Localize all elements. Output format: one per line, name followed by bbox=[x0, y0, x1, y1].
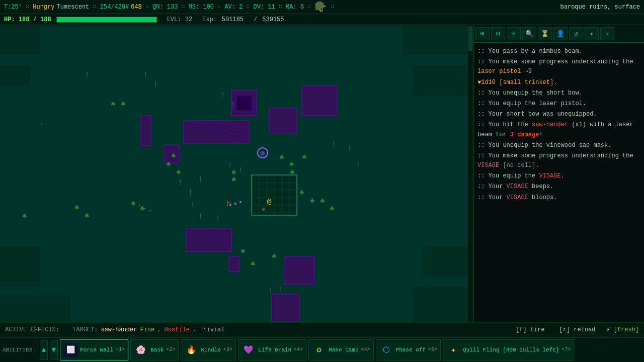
svg-text:♠: ♠ bbox=[279, 152, 284, 162]
toolbar-btn-char[interactable]: 👤 bbox=[553, 27, 568, 40]
qn-stat: QN: 133 bbox=[152, 4, 178, 11]
ability-bask-name: Bask bbox=[150, 347, 164, 353]
sidebar: ⊞ ⊡ ⊟ 🔍 ⏳ 👤 ↺ ✦ ✧ :: You pass by a nimbu… bbox=[473, 25, 644, 322]
ability-make-camp[interactable]: ⚙ Make Camp <4> bbox=[308, 339, 373, 360]
toolbar-btn-time[interactable]: ⏳ bbox=[538, 27, 552, 40]
svg-text:♠: ♠ bbox=[251, 259, 256, 268]
svg-rect-102 bbox=[269, 108, 297, 133]
svg-point-180 bbox=[234, 203, 236, 205]
svg-text:╿: ╿ bbox=[144, 71, 147, 78]
svg-rect-93 bbox=[231, 90, 257, 116]
hp-bar-fill bbox=[57, 17, 156, 22]
ability-force-wall[interactable]: ⬜ Force Wall <1> bbox=[60, 339, 128, 360]
toolbar-btn-refresh[interactable]: ↺ bbox=[569, 27, 583, 40]
ability-quill-fling[interactable]: ✦ Quill Fling [300 quills left] <7> bbox=[443, 339, 574, 360]
svg-line-132 bbox=[284, 256, 314, 284]
svg-text:╿: ╿ bbox=[199, 176, 202, 183]
ability-life-drain-name: Life Drain bbox=[258, 347, 291, 353]
ability-make-camp-key: <4> bbox=[361, 347, 370, 352]
ability-make-camp-name: Make Camp bbox=[329, 347, 358, 353]
target-trivial: Trivial bbox=[199, 326, 224, 333]
svg-rect-186 bbox=[468, 26, 472, 51]
target-label: TARGET: bbox=[72, 326, 98, 333]
svg-rect-128 bbox=[229, 256, 239, 272]
svg-rect-90 bbox=[413, 65, 473, 96]
svg-text:♠: ♠ bbox=[166, 159, 171, 169]
log-entry: :: Your short bow was unequipped. bbox=[477, 110, 640, 119]
svg-line-97 bbox=[242, 90, 257, 106]
svg-point-176 bbox=[258, 148, 268, 158]
svg-text:@: @ bbox=[267, 197, 272, 205]
toolbar-btn-aim[interactable]: ✧ bbox=[600, 27, 614, 40]
svg-point-181 bbox=[229, 204, 231, 206]
active-effects-label: ACTIVE EFFECTS: bbox=[5, 326, 59, 333]
ability-kindle[interactable]: 🔥 Kindle <3> bbox=[181, 339, 236, 360]
svg-rect-98 bbox=[302, 85, 337, 116]
svg-rect-124 bbox=[186, 229, 231, 251]
toolbar-btn-2[interactable]: ⊡ bbox=[491, 27, 505, 40]
svg-text:╿: ╿ bbox=[179, 179, 182, 186]
ability-phase-off[interactable]: ⬡ Phase off <6> bbox=[376, 339, 441, 360]
svg-line-130 bbox=[272, 294, 299, 322]
log-entry: :: You equip the VISAGE. bbox=[477, 171, 640, 181]
svg-line-107 bbox=[191, 121, 249, 138]
svg-rect-88 bbox=[0, 297, 70, 322]
svg-rect-94 bbox=[236, 96, 252, 111]
svg-text:╿: ╿ bbox=[231, 102, 234, 108]
svg-rect-7 bbox=[392, 40, 393, 41]
svg-text:♠: ♠ bbox=[85, 211, 90, 220]
target-name: saw-hander bbox=[101, 326, 137, 333]
toolbar-btn-1[interactable]: ⊞ bbox=[475, 27, 490, 40]
target-fine: Fine bbox=[140, 326, 154, 333]
svg-text:♠: ♠ bbox=[22, 211, 27, 221]
svg-text:♠: ♠ bbox=[74, 203, 79, 212]
make-camp-icon: ⚙ bbox=[312, 343, 326, 357]
svg-line-101 bbox=[317, 85, 337, 101]
top-status-bar: T:25° ∷ Hungry Tumescent ∷ 254/420# 64$ … bbox=[0, 0, 644, 14]
svg-text:♠: ♠ bbox=[176, 167, 181, 177]
ability-bask[interactable]: 🌸 Bask <2> bbox=[130, 339, 179, 360]
svg-text:♠: ♠ bbox=[240, 246, 246, 256]
log-entry: :: Your VISAGE bloops. bbox=[477, 193, 640, 203]
force-wall-icon: ⬜ bbox=[63, 343, 77, 357]
svg-rect-10 bbox=[453, 50, 454, 51]
hunger-status: Hungry bbox=[33, 4, 54, 11]
main-area: @ ⚙ ♠ ♠ ♠ ♠ ♠ ♠ bbox=[0, 25, 644, 322]
log-entry: ♥1d10 [small trinket]. bbox=[477, 78, 640, 87]
svg-line-96 bbox=[236, 90, 257, 111]
log-entry: :: You hit the saw-hander (x1) with a la… bbox=[477, 120, 640, 139]
svg-text:⚙: ⚙ bbox=[262, 206, 266, 213]
ability-life-drain[interactable]: 💜 Life Drain <4> bbox=[238, 339, 306, 360]
dv-stat: DV: 11 bbox=[254, 4, 275, 11]
svg-rect-91 bbox=[423, 246, 473, 277]
game-viewport[interactable]: @ ⚙ ♠ ♠ ♠ ♠ ♠ ♠ bbox=[0, 25, 473, 322]
svg-text:╿: ╿ bbox=[191, 202, 194, 209]
svg-point-179 bbox=[239, 201, 242, 203]
ability-bask-key: <2> bbox=[166, 347, 175, 352]
exp-current: 501185 bbox=[222, 16, 244, 23]
kindle-icon: 🔥 bbox=[184, 343, 198, 357]
toolbar: ⊞ ⊡ ⊟ 🔍 ⏳ 👤 ↺ ✦ ✧ bbox=[473, 25, 644, 43]
ms-stat: MS: 100 bbox=[189, 4, 214, 11]
svg-line-133 bbox=[292, 256, 314, 279]
svg-rect-87 bbox=[0, 246, 40, 287]
svg-text:╿: ╿ bbox=[86, 71, 89, 78]
toolbar-btn-3[interactable]: ⊟ bbox=[507, 27, 521, 40]
svg-rect-89 bbox=[403, 25, 473, 55]
exp-label: Exp: bbox=[202, 16, 217, 23]
svg-text:♠: ♠ bbox=[302, 152, 307, 162]
svg-rect-1 bbox=[10, 35, 11, 36]
abilities-scroll-up[interactable]: ▲ bbox=[40, 340, 48, 360]
svg-rect-8 bbox=[413, 53, 414, 54]
ma-stat: MA: 6 bbox=[286, 4, 304, 11]
log-entry: :: You unequip the short bow. bbox=[477, 88, 640, 98]
exp-next: 539155 bbox=[262, 16, 284, 23]
svg-text:╿: ╿ bbox=[357, 162, 360, 168]
toolbar-btn-search[interactable]: 🔍 bbox=[522, 27, 536, 40]
svg-text:╿: ╿ bbox=[348, 145, 351, 151]
svg-text:╿: ╿ bbox=[40, 123, 43, 129]
log-entry: :: You unequip the vinewood sap mask. bbox=[477, 141, 640, 150]
abilities-scroll-down[interactable]: ▼ bbox=[50, 340, 58, 360]
svg-rect-85 bbox=[0, 25, 40, 55]
toolbar-btn-star[interactable]: ✦ bbox=[585, 27, 599, 40]
